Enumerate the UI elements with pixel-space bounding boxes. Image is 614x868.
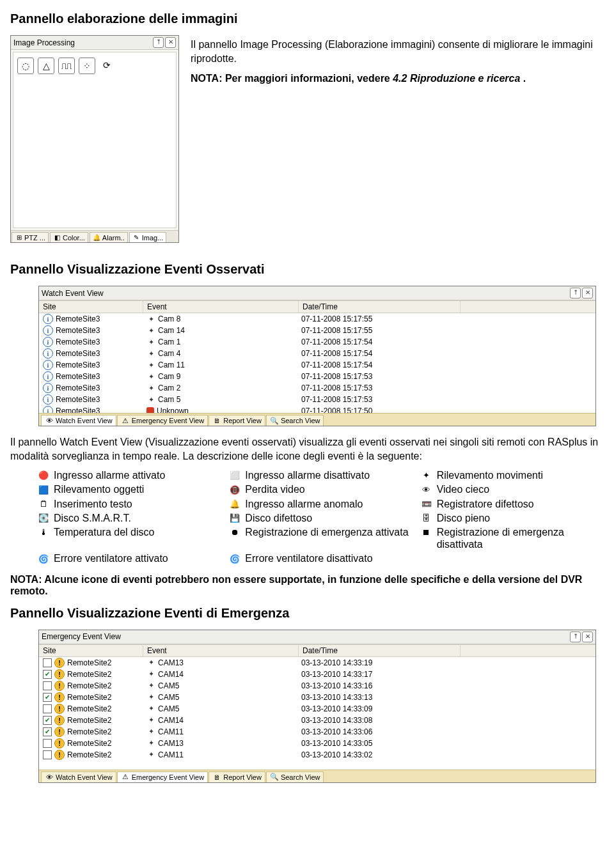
- row-checkbox[interactable]: [43, 739, 52, 748]
- table-row[interactable]: iRemoteSite3Cam 907-11-2008 15:17:53: [39, 371, 595, 382]
- tab-emergency-event-view[interactable]: ⚠Emergency Event View: [117, 771, 209, 782]
- table-row[interactable]: iRemoteSite3Cam 1407-11-2008 15:17:55: [39, 325, 595, 336]
- watch-tab-icon: 👁: [45, 773, 54, 782]
- section1-title: Pannello elaborazione delle immagini: [10, 12, 604, 26]
- row-checkbox[interactable]: ✔: [43, 727, 52, 736]
- row-checkbox[interactable]: [43, 704, 52, 713]
- section2-desc: Il pannello Watch Event View (Visualizza…: [10, 435, 604, 463]
- col-header-site[interactable]: Site: [39, 301, 143, 313]
- legend-item: ✦Rilevamento movimenti: [421, 469, 604, 481]
- site-cell: RemoteSite3: [56, 372, 100, 381]
- tab-report-view[interactable]: 🗎Report View: [209, 415, 265, 426]
- table-row[interactable]: !RemoteSite2CAM503-13-2010 14:33:09: [39, 703, 595, 715]
- tab-watch-event-view[interactable]: 👁Watch Event View: [41, 771, 116, 782]
- table-row[interactable]: iRemoteSite3Cam 507-11-2008 15:17:53: [39, 394, 595, 405]
- row-checkbox[interactable]: [43, 750, 52, 759]
- site-cell: RemoteSite2: [67, 670, 111, 679]
- event-icon-legend: 🔴Ingresso allarme attivato⬜Ingresso alla…: [38, 469, 604, 564]
- pin-icon[interactable]: ⤒: [570, 288, 581, 298]
- motion-icon: [146, 384, 155, 392]
- motion-icon: [146, 716, 155, 725]
- table-row[interactable]: iRemoteSite3Cam 207-11-2008 15:17:53: [39, 382, 595, 394]
- col-header-site[interactable]: Site: [39, 645, 143, 656]
- site-cell: RemoteSite2: [67, 739, 111, 748]
- tab-search-view[interactable]: 🔍Search View: [266, 415, 324, 426]
- tab-color[interactable]: ◧Color...: [50, 232, 88, 242]
- table-row[interactable]: iRemoteSite3Cam 807-11-2008 15:17:55: [39, 313, 595, 325]
- table-row[interactable]: !RemoteSite2CAM1303-13-2010 14:33:19: [39, 657, 595, 669]
- legend-item: 📼Registratore difettoso: [421, 498, 604, 510]
- emergency-tab-icon: ⚠: [121, 416, 130, 425]
- col-header-event[interactable]: Event: [143, 645, 299, 656]
- section2-title: Pannello Visualizzazione Eventi Osservat…: [10, 262, 604, 277]
- legend-item: 📵Perdita video: [230, 483, 412, 495]
- site-cell: RemoteSite3: [56, 395, 100, 404]
- tab-watch-event-view[interactable]: 👁Watch Event View: [41, 415, 116, 426]
- equalizer-tool-icon[interactable]: ⎍⎍: [58, 58, 75, 74]
- row-checkbox[interactable]: ✔: [43, 670, 52, 679]
- row-checkbox[interactable]: ✔: [43, 693, 52, 702]
- section3-title: Pannello Visualizzazione Eventi di Emerg…: [10, 606, 604, 621]
- datetime-cell: 03-13-2010 14:33:19: [301, 658, 372, 667]
- event-cell: Cam 8: [158, 314, 180, 323]
- section2-note: NOTA: Alcune icone di eventi potrebbero …: [10, 574, 604, 597]
- table-row[interactable]: iRemoteSite3Cam 107-11-2008 15:17:54: [39, 336, 595, 348]
- event-cell: CAM5: [158, 704, 179, 713]
- event-cell: Cam 4: [158, 349, 180, 358]
- emergency-event-body: !RemoteSite2CAM1303-13-2010 14:33:19✔!Re…: [39, 657, 595, 770]
- tab-search-view[interactable]: 🔍Search View: [266, 771, 324, 782]
- pin-icon[interactable]: ⤒: [153, 37, 164, 48]
- table-row[interactable]: !RemoteSite2CAM503-13-2010 14:33:16: [39, 680, 595, 692]
- blur-tool-icon[interactable]: ◌: [17, 58, 34, 74]
- emergency-bottom-tabs: 👁Watch Event View ⚠Emergency Event View …: [39, 770, 595, 782]
- table-row[interactable]: iRemoteSite3Cam 1107-11-2008 15:17:54: [39, 359, 595, 371]
- datetime-cell: 07-11-2008 15:17:53: [301, 384, 372, 392]
- row-checkbox[interactable]: [43, 658, 52, 667]
- emergency-event-header: Site Event Date/Time: [39, 644, 595, 657]
- col-header-event[interactable]: Event: [143, 301, 299, 313]
- datetime-cell: 07-11-2008 15:17:55: [301, 314, 372, 323]
- site-cell: RemoteSite3: [56, 337, 100, 346]
- table-row[interactable]: ✔!RemoteSite2CAM1403-13-2010 14:33:17: [39, 669, 595, 680]
- revert-tool-icon[interactable]: ⟳: [99, 58, 114, 73]
- site-cell: RemoteSite3: [56, 360, 100, 369]
- emergency-tab-icon: ⚠: [121, 773, 130, 782]
- motion-icon: [146, 681, 155, 690]
- legend-icon: [421, 554, 432, 564]
- sharpen-tool-icon[interactable]: △: [38, 58, 54, 74]
- tab-ptz[interactable]: ⊞PTZ ...: [12, 232, 49, 242]
- row-checkbox[interactable]: ✔: [43, 716, 52, 725]
- legend-icon: 🌀: [38, 554, 49, 564]
- motion-icon: [146, 693, 155, 702]
- motion-icon: [146, 670, 155, 679]
- tab-emergency-event-view[interactable]: ⚠Emergency Event View: [117, 415, 209, 426]
- warning-icon: !: [54, 669, 65, 679]
- table-row[interactable]: !RemoteSite2CAM1103-13-2010 14:33:02: [39, 749, 595, 761]
- tab-report-view[interactable]: 🗎Report View: [209, 771, 265, 782]
- site-cell: RemoteSite3: [56, 314, 100, 323]
- close-icon[interactable]: ✕: [582, 288, 593, 298]
- table-row[interactable]: ✔!RemoteSite2CAM1403-13-2010 14:33:08: [39, 715, 595, 726]
- legend-label: Ingresso allarme attivato: [54, 469, 165, 481]
- legend-icon: 📵: [230, 484, 240, 495]
- event-cell: Cam 1: [158, 337, 180, 346]
- motion-icon: [146, 349, 155, 358]
- legend-item: 🔴Ingresso allarme attivato: [38, 469, 221, 481]
- tab-image[interactable]: ✎Imag...: [129, 232, 167, 242]
- close-icon[interactable]: ✕: [165, 37, 176, 48]
- table-row[interactable]: iRemoteSite3Cam 407-11-2008 15:17:54: [39, 348, 595, 359]
- table-row[interactable]: ✔!RemoteSite2CAM503-13-2010 14:33:13: [39, 692, 595, 703]
- table-row[interactable]: iRemoteSite3Unknown07-11-2008 15:17:50: [39, 405, 595, 413]
- col-header-datetime[interactable]: Date/Time: [299, 301, 460, 313]
- close-icon[interactable]: ✕: [582, 632, 593, 642]
- col-header-datetime[interactable]: Date/Time: [299, 645, 460, 656]
- legend-label: Temperatura del disco: [54, 526, 154, 538]
- legend-icon: 💽: [38, 513, 49, 523]
- table-row[interactable]: ✔!RemoteSite2CAM1103-13-2010 14:33:06: [39, 726, 595, 738]
- table-row[interactable]: !RemoteSite2CAM1303-13-2010 14:33:05: [39, 738, 595, 749]
- pin-icon[interactable]: ⤒: [570, 632, 581, 642]
- legend-label: Ingresso allarme disattivato: [245, 469, 370, 481]
- tab-alarm[interactable]: 🔔Alarm..: [90, 232, 128, 242]
- row-checkbox[interactable]: [43, 681, 52, 690]
- interpolate-tool-icon[interactable]: ⁘: [79, 58, 95, 74]
